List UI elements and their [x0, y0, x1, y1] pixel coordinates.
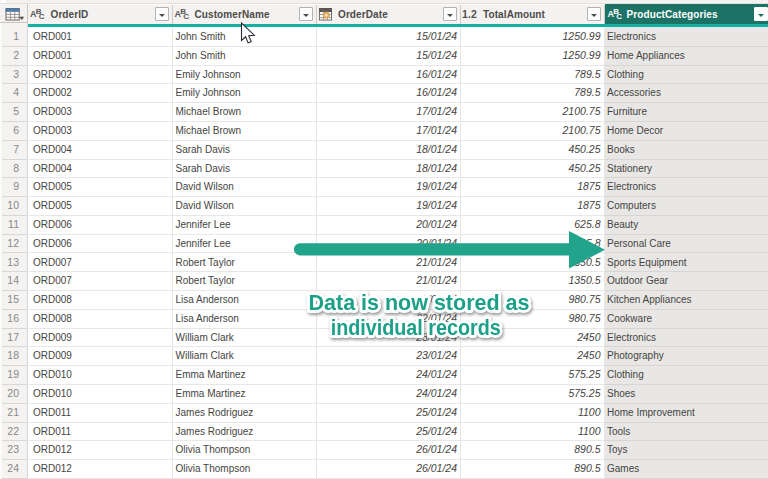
svg-text:individual records: individual records [331, 315, 501, 340]
svg-text:Data is now stored as: Data is now stored as [309, 290, 530, 315]
